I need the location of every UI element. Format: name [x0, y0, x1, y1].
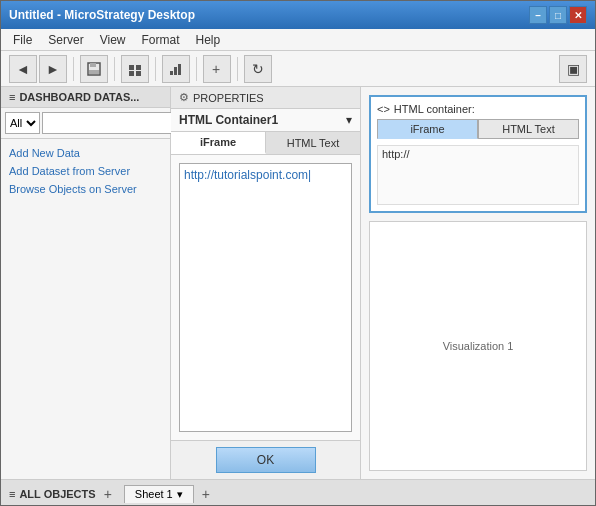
- close-button[interactable]: ✕: [569, 6, 587, 24]
- sheet-dropdown-icon[interactable]: ▾: [177, 488, 183, 501]
- separator-1: [73, 57, 74, 81]
- ok-btn-row: OK: [171, 440, 360, 479]
- html-tab-html-text[interactable]: HTML Text: [478, 119, 579, 139]
- svg-rect-9: [178, 64, 181, 75]
- add-new-data-link[interactable]: Add New Data: [9, 147, 162, 159]
- ok-button[interactable]: OK: [216, 447, 316, 473]
- svg-text:+: +: [212, 61, 220, 77]
- separator-5: [237, 57, 238, 81]
- forward-button[interactable]: ►: [39, 55, 67, 83]
- menu-view[interactable]: View: [92, 31, 134, 49]
- minimize-button[interactable]: –: [529, 6, 547, 24]
- menu-server[interactable]: Server: [40, 31, 91, 49]
- app-title: Untitled - MicroStrategy Desktop: [9, 8, 195, 22]
- svg-rect-2: [89, 70, 99, 74]
- right-panel: <> HTML container: iFrame HTML Text http…: [361, 87, 595, 479]
- tab-iframe[interactable]: iFrame: [171, 132, 266, 154]
- save-icon: [86, 61, 102, 77]
- status-left: ≡ ALL OBJECTS +: [9, 486, 112, 502]
- filter-select[interactable]: All: [5, 112, 40, 134]
- code-icon: <>: [377, 103, 390, 115]
- panel-links: Add New Data Add Dataset from Server Bro…: [1, 139, 170, 203]
- nav-group: ◄ ►: [9, 55, 67, 83]
- menu-file[interactable]: File: [5, 31, 40, 49]
- sheet-add-button[interactable]: +: [202, 486, 210, 502]
- maximize-button[interactable]: □: [549, 6, 567, 24]
- search-input[interactable]: [42, 112, 190, 134]
- svg-rect-3: [129, 65, 134, 70]
- add-dataset-link[interactable]: Add Dataset from Server: [9, 165, 162, 177]
- html-url-preview: http://: [377, 145, 579, 205]
- left-panel: ≡ DASHBOARD DATAS... All 🔍 Add New Data …: [1, 87, 171, 479]
- middle-tab-row: iFrame HTML Text: [171, 132, 360, 155]
- svg-rect-8: [174, 67, 177, 75]
- title-bar: Untitled - MicroStrategy Desktop – □ ✕: [1, 1, 595, 29]
- svg-rect-6: [136, 71, 141, 76]
- panel-search-row: All 🔍: [1, 108, 170, 139]
- back-button[interactable]: ◄: [9, 55, 37, 83]
- toolbar: ◄ ► + ↻ ▣: [1, 51, 595, 87]
- add-button[interactable]: +: [203, 55, 231, 83]
- container-name: HTML Container1: [179, 113, 278, 127]
- svg-rect-1: [90, 63, 96, 67]
- import-button[interactable]: [121, 55, 149, 83]
- main-content: ≡ DASHBOARD DATAS... All 🔍 Add New Data …: [1, 87, 595, 479]
- import-icon: [127, 61, 143, 77]
- html-tab-row: iFrame HTML Text: [377, 119, 579, 139]
- sheet-tab-label: Sheet 1: [135, 488, 173, 500]
- refresh-button[interactable]: ↻: [244, 55, 272, 83]
- menu-help[interactable]: Help: [188, 31, 229, 49]
- chart-icon: [168, 61, 184, 77]
- panel-header-title: DASHBOARD DATAS...: [19, 91, 139, 103]
- svg-rect-4: [136, 65, 141, 70]
- save-button[interactable]: [80, 55, 108, 83]
- html-tab-iframe[interactable]: iFrame: [377, 119, 478, 139]
- menu-bar: File Server View Format Help: [1, 29, 595, 51]
- separator-3: [155, 57, 156, 81]
- all-objects-label: ALL OBJECTS: [19, 488, 95, 500]
- browse-objects-link[interactable]: Browse Objects on Server: [9, 183, 162, 195]
- window-controls: – □ ✕: [529, 6, 587, 24]
- panel-header: ≡ DASHBOARD DATAS...: [1, 87, 170, 108]
- add-icon: +: [209, 61, 225, 77]
- html-container-box: <> HTML container: iFrame HTML Text http…: [369, 95, 587, 213]
- html-container-title: <> HTML container:: [377, 103, 579, 115]
- separator-4: [196, 57, 197, 81]
- tab-html-text[interactable]: HTML Text: [266, 132, 360, 154]
- gear-icon: ⚙: [179, 91, 189, 104]
- visualization-box: Visualization 1: [369, 221, 587, 471]
- chart-button[interactable]: [162, 55, 190, 83]
- separator-2: [114, 57, 115, 81]
- container-name-row: HTML Container1 ▾: [171, 109, 360, 132]
- svg-rect-5: [129, 71, 134, 76]
- svg-rect-7: [170, 71, 173, 75]
- menu-format[interactable]: Format: [133, 31, 187, 49]
- status-add-button[interactable]: +: [104, 486, 112, 502]
- panel-header-icon: ≡: [9, 91, 15, 103]
- middle-panel: ⚙ PROPERTIES HTML Container1 ▾ iFrame HT…: [171, 87, 361, 479]
- properties-label: PROPERTIES: [193, 92, 264, 104]
- text-area-container: http://tutorialspoint.com|: [171, 155, 360, 440]
- container-dropdown[interactable]: ▾: [346, 113, 352, 127]
- list-icon: ≡: [9, 488, 15, 500]
- url-input[interactable]: http://tutorialspoint.com|: [179, 163, 352, 432]
- status-bar: ≡ ALL OBJECTS + Sheet 1 ▾ +: [1, 479, 595, 506]
- right-action-button[interactable]: ▣: [559, 55, 587, 83]
- visualization-label: Visualization 1: [443, 340, 514, 352]
- properties-header: ⚙ PROPERTIES: [171, 87, 360, 109]
- sheet-tab[interactable]: Sheet 1 ▾: [124, 485, 194, 503]
